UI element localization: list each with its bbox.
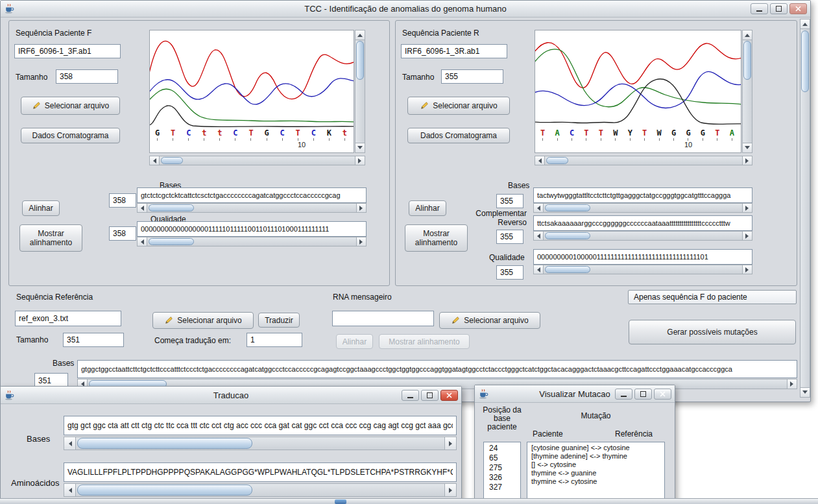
patient-f-tamanho-input[interactable] (56, 69, 118, 84)
main-titlebar[interactable]: TCC - Identificação de anomalias do geno… (1, 1, 810, 18)
sequence-selection-combobox[interactable]: Apenas sequência F do paciente (628, 290, 797, 304)
scroll-thumb[interactable] (149, 204, 194, 211)
patient-r-file-input[interactable] (401, 44, 507, 58)
main-minimize-button[interactable] (751, 3, 768, 14)
patient-r-show-alignment-button[interactable]: Mostrar alinhamento (405, 224, 468, 252)
mutation-item[interactable]: [thymine adenine] <-> thymine (527, 452, 664, 461)
main-vscrollbar[interactable] (800, 19, 810, 398)
mutation-item[interactable]: thymine <-> guanine (527, 469, 664, 477)
patient-r-quality-scrollbar[interactable] (533, 265, 752, 274)
scroll-left-button[interactable] (64, 437, 76, 450)
patient-f-align-button[interactable]: Alinhar (22, 200, 60, 216)
mutation-position-item[interactable]: 65 (484, 453, 520, 463)
taskbar-item[interactable] (335, 499, 346, 504)
translation-start-input[interactable] (247, 333, 302, 347)
generate-mutations-button[interactable]: Gerar possíveis mutações (629, 320, 796, 344)
traducao-titlebar[interactable]: Traducao (1, 387, 461, 404)
traducao-maximize-button[interactable] (421, 390, 439, 401)
chromatogram-r-vscrollbar[interactable] (742, 30, 752, 153)
scroll-left-button[interactable] (64, 484, 76, 496)
traducao-bases-input[interactable] (64, 416, 457, 435)
rna-show-alignment-button-disabled[interactable]: Mostrar alinhamento (379, 334, 470, 349)
scroll-thumb[interactable] (356, 41, 364, 80)
mutacao-minimize-button[interactable] (615, 389, 632, 400)
scroll-right-button[interactable] (742, 204, 752, 212)
scroll-thumb[interactable] (77, 485, 252, 496)
patient-f-show-alignment-button[interactable]: Mostrar alinhamento (19, 224, 82, 252)
patient-f-quality-scrollbar[interactable] (137, 237, 367, 246)
scroll-thumb[interactable] (546, 157, 568, 164)
traducao-minimize-button[interactable] (402, 390, 419, 401)
main-close-button[interactable] (789, 3, 807, 14)
patient-f-bases-count-input[interactable] (109, 193, 136, 208)
mutacao-titlebar[interactable]: Visualizar Mutacao (475, 385, 675, 403)
patient-f-bases-scrollbar[interactable] (137, 203, 367, 213)
mutation-positions-list[interactable]: 2465275326327 (483, 442, 521, 504)
patient-r-chromatogram-data-button[interactable]: Dados Cromatograma (407, 128, 510, 143)
reference-select-file-button[interactable]: Selecionar arquivo (152, 312, 254, 329)
patient-r-complementar-count-input[interactable] (496, 230, 523, 244)
main-maximize-button[interactable] (770, 3, 788, 14)
patient-r-select-file-button[interactable]: Selecionar arquivo (407, 97, 510, 115)
scroll-right-button[interactable] (444, 484, 456, 496)
patient-f-bases-sequence-input[interactable] (137, 187, 367, 203)
traducao-close-button[interactable] (440, 390, 458, 401)
patient-f-file-input[interactable] (14, 44, 121, 58)
scroll-up-button[interactable] (743, 30, 752, 40)
patient-r-tamanho-input[interactable] (441, 69, 503, 84)
reference-tamanho-input[interactable] (63, 333, 124, 347)
scroll-down-button[interactable] (800, 387, 810, 397)
patient-f-quality-count-input[interactable] (109, 226, 136, 241)
mutation-item[interactable]: [] <-> cytosine (527, 461, 664, 469)
traducao-bases-scrollbar[interactable] (64, 437, 457, 450)
scroll-up-button[interactable] (355, 30, 365, 40)
reference-file-input[interactable] (15, 311, 121, 326)
mutation-position-item[interactable]: 24 (484, 444, 520, 453)
scroll-left-button[interactable] (150, 156, 160, 165)
patient-r-bases-sequence-input[interactable] (533, 187, 752, 203)
scroll-thumb[interactable] (149, 238, 194, 245)
patient-f-quality-sequence-input[interactable] (137, 221, 367, 237)
scroll-left-button[interactable] (138, 237, 147, 246)
scroll-right-button[interactable] (356, 237, 366, 246)
scroll-down-button[interactable] (355, 143, 365, 152)
traducao-amino-input[interactable] (64, 462, 457, 482)
patient-r-quality-count-input[interactable] (496, 265, 523, 280)
scroll-right-button[interactable] (787, 379, 797, 389)
rna-select-file-button[interactable]: Selecionar arquivo (439, 312, 540, 329)
traducao-amino-scrollbar[interactable] (64, 483, 457, 497)
scroll-left-button[interactable] (534, 232, 544, 240)
chromatogram-f-hscrollbar[interactable] (149, 156, 365, 165)
scroll-right-button[interactable] (356, 204, 366, 212)
reference-bases-sequence-input[interactable] (77, 360, 797, 378)
scroll-right-button[interactable] (742, 232, 752, 240)
patient-r-complementar-scrollbar[interactable] (533, 231, 752, 241)
mutacao-maximize-button[interactable] (634, 389, 652, 400)
scroll-right-button[interactable] (444, 437, 456, 450)
scroll-thumb[interactable] (545, 232, 590, 239)
mutation-item[interactable]: thymine <-> cytosine (527, 477, 664, 486)
patient-r-bases-scrollbar[interactable] (533, 203, 752, 213)
patient-f-chromatogram-data-button[interactable]: Dados Cromatograma (21, 128, 120, 143)
scroll-left-button[interactable] (534, 265, 544, 274)
scroll-thumb[interactable] (801, 30, 809, 92)
scroll-thumb[interactable] (77, 438, 252, 449)
patient-r-align-button[interactable]: Alinhar (409, 200, 446, 216)
traduzir-button[interactable]: Traduzir (258, 313, 300, 328)
scroll-up-button[interactable] (800, 19, 810, 29)
scroll-left-button[interactable] (534, 204, 544, 212)
scroll-right-button[interactable] (355, 156, 365, 165)
mutation-position-item[interactable]: 326 (484, 473, 520, 483)
mutation-item[interactable]: [cytosine guanine] <-> cytosine (527, 444, 664, 452)
mutation-position-item[interactable]: 327 (484, 483, 520, 492)
scroll-right-button[interactable] (742, 156, 752, 165)
scroll-down-button[interactable] (743, 143, 752, 152)
patient-r-quality-sequence-input[interactable] (533, 249, 752, 265)
patient-f-select-file-button[interactable]: Selecionar arquivo (21, 97, 120, 115)
chromatogram-r-hscrollbar[interactable] (535, 156, 752, 165)
mutations-list[interactable]: [cytosine guanine] <-> cytosine[thymine … (527, 442, 665, 504)
patient-r-bases-count-input[interactable] (496, 194, 523, 208)
taskbar[interactable] (0, 498, 818, 504)
rna-file-input[interactable] (332, 311, 434, 326)
scroll-left-button[interactable] (535, 156, 545, 165)
